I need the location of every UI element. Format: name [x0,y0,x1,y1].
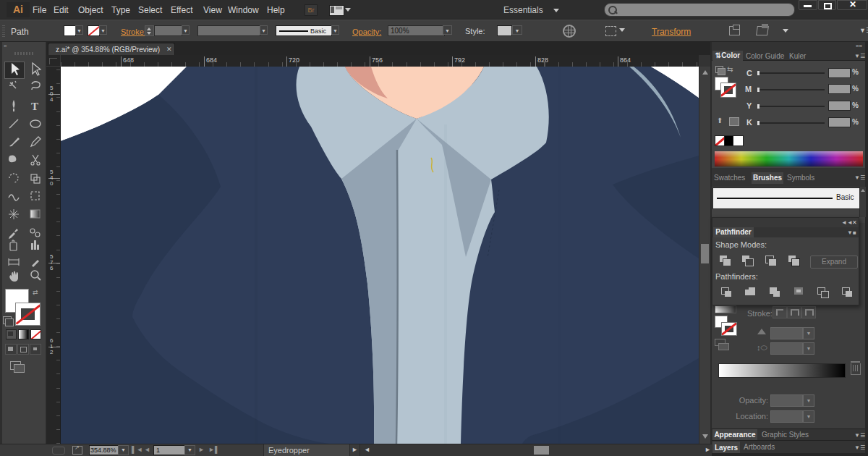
svg-text:T: T [31,101,38,112]
